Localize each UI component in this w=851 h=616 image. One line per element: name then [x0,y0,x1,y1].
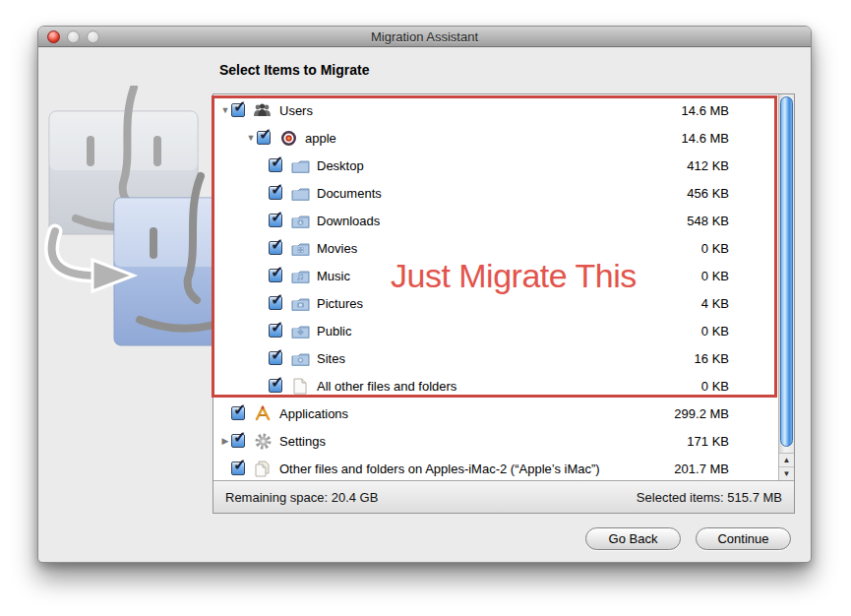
remaining-space-label: Remaining space: 20.4 GB [225,490,378,505]
list-item[interactable]: Movies0 KB [213,234,778,262]
item-size: 456 KB [687,186,729,201]
disclosure-triangle-icon[interactable]: ▶ [219,436,231,446]
applications-icon [253,404,273,422]
item-label: Documents [317,186,382,201]
item-size: 171 KB [687,434,729,449]
disclosure-triangle-icon[interactable]: ▼ [245,133,257,143]
list-item[interactable]: ▶ Settings171 KB [213,427,778,455]
document-icon [290,377,310,395]
migrate-items-list: ▼ Users14.6 MB▼ apple14.6 MB Desktop412 … [213,93,795,514]
item-checkbox[interactable] [269,214,282,227]
item-label: Movies [317,241,357,256]
window-title: Migration Assistant [38,30,811,44]
item-size: 16 KB [695,351,729,366]
item-checkbox[interactable] [269,186,282,200]
list-item[interactable]: Music0 KB [213,262,778,289]
item-size: 0 KB [701,324,729,339]
item-label: Users [279,103,313,118]
item-size: 4 KB [701,296,729,311]
item-label: Downloads [317,214,380,228]
list-item[interactable]: Other files and folders on Apples-iMac-2… [213,455,778,482]
item-size: 201.7 MB [674,462,729,476]
item-label: Public [317,324,351,339]
list-item[interactable]: ▼ apple14.6 MB [213,124,778,152]
list-item[interactable]: Applications299.2 MB [213,400,778,427]
status-bar: Remaining space: 20.4 GB Selected items:… [213,480,794,513]
list-rows: ▼ Users14.6 MB▼ apple14.6 MB Desktop412 … [213,94,778,482]
page-title: Select Items to Migrate [219,62,370,78]
list-item[interactable]: ▼ Users14.6 MB [213,96,778,124]
folder-sites-icon [290,349,310,367]
gear-icon [253,432,273,450]
item-checkbox[interactable] [269,269,282,282]
item-label: Other files and folders on Apples-iMac-2… [279,462,600,476]
list-item[interactable]: Documents456 KB [213,179,778,207]
documents-icon [253,460,273,477]
item-checkbox[interactable] [269,351,282,365]
folder-music-icon [290,267,310,284]
item-size: 299.2 MB [674,406,729,421]
item-checkbox[interactable] [257,131,271,145]
item-label: Applications [279,406,348,421]
folder-pictures-icon [290,294,310,312]
scrollbar-thumb[interactable] [780,96,793,447]
item-size: 548 KB [687,214,729,228]
continue-button[interactable]: Continue [696,527,791,550]
item-checkbox[interactable] [231,406,245,420]
item-checkbox[interactable] [231,462,245,475]
list-item[interactable]: Sites16 KB [213,344,778,372]
item-checkbox[interactable] [231,434,245,448]
item-label: All other files and folders [317,379,456,394]
list-item[interactable]: Downloads548 KB [213,207,778,234]
item-size: 0 KB [701,241,729,256]
item-label: Desktop [317,158,364,173]
scroll-down-icon[interactable]: ▼ [779,467,794,481]
scrollbar-arrows: ▲ ▼ [779,453,794,480]
folder-public-icon [290,322,310,339]
title-bar[interactable]: Migration Assistant [38,27,811,47]
folder-downloads-icon [290,212,310,229]
user-bullseye-icon [278,129,298,147]
item-size: 412 KB [687,158,729,173]
list-item[interactable]: Public0 KB [213,317,778,344]
selected-items-label: Selected items: 515.7 MB [637,490,782,505]
item-checkbox[interactable] [269,241,282,255]
item-checkbox[interactable] [269,158,282,172]
item-label: Sites [317,351,345,366]
list-item[interactable]: Desktop412 KB [213,152,778,179]
item-label: Settings [279,434,326,449]
item-label: Pictures [317,296,363,311]
vertical-scrollbar[interactable]: ▲ ▼ [778,94,794,480]
list-item[interactable]: Pictures4 KB [213,289,778,317]
scroll-up-icon[interactable]: ▲ [779,454,794,467]
item-label: apple [305,131,336,146]
item-checkbox[interactable] [269,296,282,310]
go-back-button[interactable]: Go Back [585,527,681,550]
users-group-icon [253,101,273,119]
item-size: 14.6 MB [682,131,729,146]
folder-movies-icon [290,239,310,257]
migration-assistant-window: Migration Assistant Select Items to Migr… [37,26,812,563]
list-item[interactable]: All other files and folders0 KB [213,372,778,400]
navigation-buttons: Go Back Continue [585,527,791,550]
disclosure-triangle-icon[interactable]: ▼ [219,105,231,115]
item-size: 0 KB [701,269,729,283]
item-label: Music [317,269,350,283]
item-size: 14.6 MB [682,103,729,118]
folder-icon [290,156,310,174]
folder-icon [290,184,310,202]
item-checkbox[interactable] [231,103,245,117]
item-checkbox[interactable] [269,324,282,338]
item-checkbox[interactable] [269,379,282,393]
item-size: 0 KB [701,379,729,394]
